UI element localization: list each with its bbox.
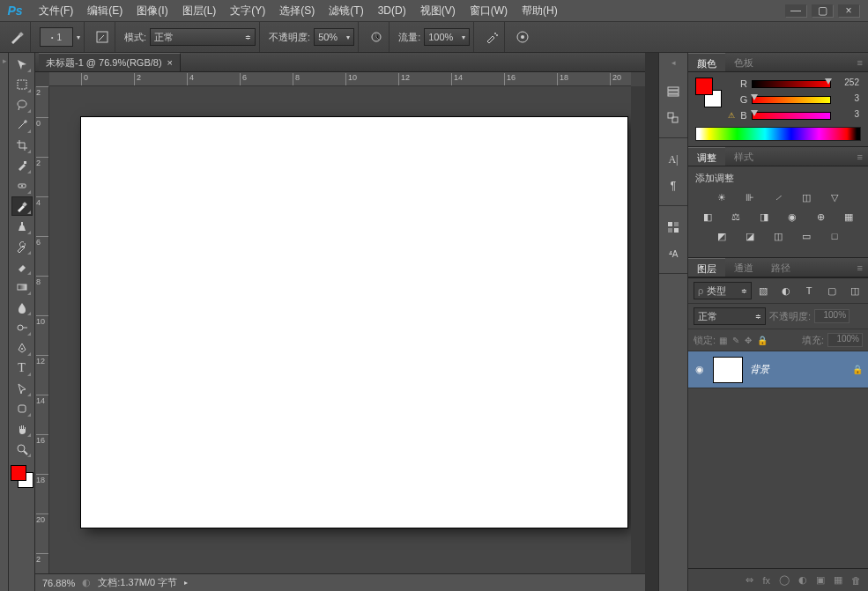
scrollbar-vertical[interactable] bbox=[631, 86, 645, 573]
foreground-color-swatch[interactable] bbox=[11, 465, 26, 481]
mask-icon[interactable]: ◯ bbox=[779, 574, 790, 586]
balance-icon[interactable]: ⚖ bbox=[728, 210, 744, 224]
document-tab[interactable]: 未标题-1 @ 76.9%(RGB/8) × bbox=[39, 53, 181, 71]
menu-type[interactable]: 文字(Y) bbox=[223, 0, 272, 22]
exposure-icon[interactable]: ◫ bbox=[798, 190, 814, 204]
menu-file[interactable]: 文件(F) bbox=[32, 0, 80, 22]
magic-wand-tool[interactable] bbox=[11, 115, 33, 135]
move-tool[interactable] bbox=[11, 55, 33, 74]
path-select-tool[interactable] bbox=[11, 379, 33, 398]
posterize-icon[interactable]: ◪ bbox=[742, 229, 758, 243]
pen-tool[interactable] bbox=[11, 338, 33, 358]
menu-select[interactable]: 选择(S) bbox=[272, 0, 322, 22]
healing-tool[interactable] bbox=[11, 176, 33, 196]
filter-pixel-icon[interactable]: ▧ bbox=[755, 284, 771, 298]
clone-stamp-tool[interactable] bbox=[11, 217, 33, 236]
threshold-icon[interactable]: ◫ bbox=[770, 229, 786, 243]
g-slider[interactable] bbox=[752, 96, 831, 104]
menu-view[interactable]: 视图(V) bbox=[413, 0, 463, 22]
chevron-right-icon[interactable]: ▸ bbox=[184, 579, 188, 587]
r-slider[interactable] bbox=[752, 80, 831, 88]
brush-panel-toggle-icon[interactable] bbox=[93, 28, 111, 46]
panel-menu-icon[interactable]: ≡ bbox=[852, 258, 868, 277]
window-minimize-button[interactable]: — bbox=[785, 4, 806, 17]
character-panel-icon[interactable]: A| bbox=[663, 149, 684, 170]
lasso-tool[interactable] bbox=[11, 95, 33, 115]
selective-color-icon[interactable]: □ bbox=[827, 229, 842, 243]
eyedropper-tool[interactable] bbox=[11, 156, 33, 175]
tab-styles[interactable]: 样式 bbox=[725, 147, 762, 166]
panel-menu-icon[interactable]: ≡ bbox=[852, 147, 868, 166]
lock-transparency-icon[interactable]: ▦ bbox=[719, 336, 727, 345]
menu-help[interactable]: 帮助(H) bbox=[515, 0, 565, 22]
tab-swatches[interactable]: 色板 bbox=[725, 53, 762, 71]
lock-all-icon[interactable]: 🔒 bbox=[757, 336, 768, 345]
channel-mixer-icon[interactable]: ⊕ bbox=[812, 210, 828, 224]
brush-size-input[interactable]: • 1 bbox=[40, 27, 73, 47]
status-icon[interactable]: ◐ bbox=[82, 577, 91, 588]
brightness-icon[interactable]: ☀ bbox=[714, 190, 730, 204]
menu-edit[interactable]: 编辑(E) bbox=[80, 0, 130, 22]
menu-layer[interactable]: 图层(L) bbox=[175, 0, 224, 22]
visibility-toggle-icon[interactable]: ◉ bbox=[694, 364, 706, 375]
adj-layer-icon[interactable]: ◐ bbox=[798, 574, 807, 586]
lock-paint-icon[interactable]: ✎ bbox=[732, 336, 739, 345]
chevron-down-icon[interactable]: ▾ bbox=[77, 33, 80, 41]
menu-window[interactable]: 窗口(W) bbox=[463, 0, 515, 22]
zoom-tool[interactable] bbox=[11, 440, 33, 459]
filter-smart-icon[interactable]: ◫ bbox=[847, 284, 863, 298]
paragraph-panel-icon[interactable]: ¶ bbox=[663, 175, 684, 196]
filter-adj-icon[interactable]: ◐ bbox=[778, 284, 794, 298]
tab-layers[interactable]: 图层 bbox=[688, 258, 725, 277]
tab-adjustments[interactable]: 调整 bbox=[688, 147, 725, 166]
shape-tool[interactable] bbox=[11, 399, 33, 418]
bw-icon[interactable]: ◨ bbox=[756, 210, 772, 224]
r-value[interactable]: 252 bbox=[835, 78, 861, 90]
window-close-button[interactable]: × bbox=[838, 4, 859, 17]
color-swatches[interactable] bbox=[11, 465, 33, 488]
eraser-tool[interactable] bbox=[11, 257, 33, 277]
new-layer-icon[interactable]: ▦ bbox=[834, 574, 842, 586]
layer-blend-select[interactable]: 正常≑ bbox=[694, 307, 766, 325]
pressure-size-icon[interactable] bbox=[514, 28, 531, 46]
tab-color[interactable]: 颜色 bbox=[688, 53, 725, 71]
hue-icon[interactable]: ◧ bbox=[700, 210, 716, 224]
layer-thumbnail[interactable] bbox=[713, 357, 743, 383]
b-slider[interactable] bbox=[752, 112, 831, 120]
ruler-horizontal[interactable]: 0 2 4 6 8 10 12 14 16 18 20 bbox=[49, 72, 631, 86]
photo-filter-icon[interactable]: ◉ bbox=[784, 210, 800, 224]
hand-tool[interactable] bbox=[11, 419, 33, 439]
brush-tool[interactable] bbox=[11, 196, 33, 216]
invert-icon[interactable]: ◩ bbox=[714, 229, 730, 243]
layer-filter-type[interactable]: ρ 类型 ≑ bbox=[694, 282, 752, 299]
pressure-opacity-icon[interactable] bbox=[367, 28, 385, 46]
marquee-tool[interactable] bbox=[11, 75, 33, 94]
gradient-tool[interactable] bbox=[11, 277, 33, 297]
mini-bridge-panel-icon[interactable] bbox=[663, 217, 684, 238]
layer-name[interactable]: 背景 bbox=[750, 363, 769, 376]
blend-mode-select[interactable]: 正常≑ bbox=[150, 28, 256, 46]
gradient-map-icon[interactable]: ▭ bbox=[798, 229, 814, 243]
ruler-vertical[interactable]: 2 0 2 4 6 8 10 12 14 16 18 20 2 bbox=[35, 86, 49, 573]
delete-layer-icon[interactable]: 🗑 bbox=[851, 575, 861, 586]
canvas[interactable] bbox=[81, 117, 627, 528]
curves-icon[interactable]: ⟋ bbox=[770, 190, 786, 204]
glyphs-panel-icon[interactable]: ⁴A bbox=[663, 243, 684, 264]
tab-paths[interactable]: 路径 bbox=[762, 258, 799, 277]
document-tab-close-icon[interactable]: × bbox=[167, 57, 173, 68]
lookup-icon[interactable]: ▦ bbox=[841, 210, 857, 224]
levels-icon[interactable]: ⊪ bbox=[742, 190, 758, 204]
dodge-tool[interactable] bbox=[11, 318, 33, 337]
doc-info[interactable]: 文档:1.37M/0 字节 bbox=[98, 576, 177, 589]
history-brush-tool[interactable] bbox=[11, 237, 33, 256]
panel-menu-icon[interactable]: ≡ bbox=[852, 53, 868, 71]
window-maximize-button[interactable]: ▢ bbox=[812, 4, 833, 17]
lock-position-icon[interactable]: ✥ bbox=[745, 336, 752, 345]
g-value[interactable]: 3 bbox=[835, 93, 861, 106]
layer-fill-input[interactable]: 100% bbox=[827, 333, 863, 347]
layer-opacity-input[interactable]: 100% bbox=[814, 309, 849, 323]
airbrush-icon[interactable] bbox=[483, 28, 501, 46]
gamut-warning-icon[interactable]: ⚠ bbox=[727, 111, 736, 120]
opacity-input[interactable]: 50%▾ bbox=[314, 28, 354, 46]
dock-handle[interactable]: ◂ bbox=[671, 58, 675, 67]
